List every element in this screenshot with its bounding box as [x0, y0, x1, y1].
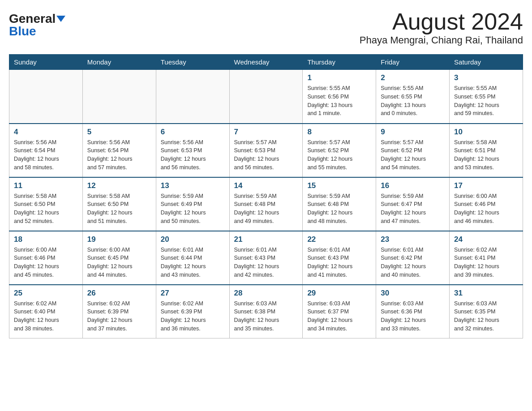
calendar-cell: 25Sunrise: 6:02 AMSunset: 6:40 PMDayligh… [9, 285, 83, 338]
day-number: 11 [14, 181, 78, 190]
calendar-cell: 23Sunrise: 6:01 AMSunset: 6:42 PMDayligh… [376, 231, 450, 285]
calendar-table: SundayMondayTuesdayWednesdayThursdayFrid… [9, 54, 523, 338]
calendar-cell: 22Sunrise: 6:01 AMSunset: 6:43 PMDayligh… [303, 231, 376, 285]
day-number: 2 [381, 73, 445, 82]
calendar-cell: 19Sunrise: 6:00 AMSunset: 6:45 PMDayligh… [82, 231, 156, 285]
logo: General Blue [9, 13, 65, 38]
day-number: 27 [161, 289, 225, 298]
day-number: 4 [14, 128, 78, 137]
calendar-cell: 9Sunrise: 5:57 AMSunset: 6:52 PMDaylight… [376, 124, 450, 177]
day-info: Sunrise: 5:57 AMSunset: 6:52 PMDaylight:… [307, 138, 371, 172]
day-info: Sunrise: 5:59 AMSunset: 6:48 PMDaylight:… [234, 192, 298, 226]
weekday-header-row: SundayMondayTuesdayWednesdayThursdayFrid… [9, 55, 523, 70]
day-info: Sunrise: 5:57 AMSunset: 6:53 PMDaylight:… [234, 138, 298, 172]
day-number: 9 [381, 128, 445, 137]
weekday-header-monday: Monday [82, 55, 156, 70]
day-number: 20 [161, 235, 225, 244]
day-number: 26 [87, 289, 151, 298]
logo-blue-text: Blue [9, 25, 36, 38]
calendar-week-row: 18Sunrise: 6:00 AMSunset: 6:46 PMDayligh… [9, 231, 523, 285]
weekday-header-friday: Friday [376, 55, 450, 70]
day-info: Sunrise: 5:56 AMSunset: 6:54 PMDaylight:… [87, 138, 151, 172]
day-info: Sunrise: 5:56 AMSunset: 6:53 PMDaylight:… [161, 138, 225, 172]
calendar-cell: 20Sunrise: 6:01 AMSunset: 6:44 PMDayligh… [156, 231, 229, 285]
logo-general-text: General [9, 13, 56, 25]
day-info: Sunrise: 6:02 AMSunset: 6:39 PMDaylight:… [87, 300, 151, 333]
day-number: 19 [87, 235, 151, 244]
day-info: Sunrise: 5:55 AMSunset: 6:55 PMDaylight:… [454, 84, 518, 118]
day-info: Sunrise: 5:55 AMSunset: 6:56 PMDaylight:… [307, 84, 371, 118]
day-info: Sunrise: 5:58 AMSunset: 6:50 PMDaylight:… [87, 192, 151, 226]
calendar-cell: 29Sunrise: 6:03 AMSunset: 6:37 PMDayligh… [303, 285, 376, 338]
title-area: August 2024 Phaya Mengrai, Chiang Rai, T… [360, 9, 523, 46]
calendar-cell [9, 70, 83, 124]
day-number: 21 [234, 235, 298, 244]
day-info: Sunrise: 6:01 AMSunset: 6:42 PMDaylight:… [381, 246, 445, 279]
day-info: Sunrise: 6:00 AMSunset: 6:46 PMDaylight:… [454, 192, 518, 226]
day-number: 15 [307, 181, 371, 190]
calendar-cell: 28Sunrise: 6:03 AMSunset: 6:38 PMDayligh… [229, 285, 303, 338]
day-info: Sunrise: 6:00 AMSunset: 6:46 PMDaylight:… [14, 246, 78, 279]
weekday-header-saturday: Saturday [450, 55, 523, 70]
calendar-cell: 26Sunrise: 6:02 AMSunset: 6:39 PMDayligh… [82, 285, 156, 338]
day-number: 1 [307, 73, 371, 82]
calendar-cell: 1Sunrise: 5:55 AMSunset: 6:56 PMDaylight… [303, 70, 376, 124]
calendar-cell: 16Sunrise: 5:59 AMSunset: 6:47 PMDayligh… [376, 177, 450, 231]
day-info: Sunrise: 6:02 AMSunset: 6:39 PMDaylight:… [161, 300, 225, 333]
location-title: Phaya Mengrai, Chiang Rai, Thailand [360, 34, 523, 46]
day-number: 6 [161, 128, 225, 137]
day-number: 3 [454, 73, 518, 82]
day-info: Sunrise: 6:01 AMSunset: 6:43 PMDaylight:… [234, 246, 298, 279]
weekday-header-wednesday: Wednesday [229, 55, 303, 70]
day-number: 14 [234, 181, 298, 190]
day-info: Sunrise: 6:01 AMSunset: 6:43 PMDaylight:… [307, 246, 371, 279]
day-number: 30 [381, 289, 445, 298]
day-number: 23 [381, 235, 445, 244]
calendar-cell [156, 70, 229, 124]
calendar-week-row: 4Sunrise: 5:56 AMSunset: 6:54 PMDaylight… [9, 124, 523, 177]
calendar-cell: 21Sunrise: 6:01 AMSunset: 6:43 PMDayligh… [229, 231, 303, 285]
day-info: Sunrise: 5:57 AMSunset: 6:52 PMDaylight:… [381, 138, 445, 172]
calendar-cell: 7Sunrise: 5:57 AMSunset: 6:53 PMDaylight… [229, 124, 303, 177]
weekday-header-thursday: Thursday [303, 55, 376, 70]
calendar-week-row: 25Sunrise: 6:02 AMSunset: 6:40 PMDayligh… [9, 285, 523, 338]
day-info: Sunrise: 5:55 AMSunset: 6:55 PMDaylight:… [381, 84, 445, 118]
day-number: 13 [161, 181, 225, 190]
month-title: August 2024 [360, 9, 523, 34]
calendar-cell: 31Sunrise: 6:03 AMSunset: 6:35 PMDayligh… [450, 285, 523, 338]
calendar-cell: 3Sunrise: 5:55 AMSunset: 6:55 PMDaylight… [450, 70, 523, 124]
day-info: Sunrise: 5:56 AMSunset: 6:54 PMDaylight:… [14, 138, 78, 172]
calendar-week-row: 1Sunrise: 5:55 AMSunset: 6:56 PMDaylight… [9, 70, 523, 124]
day-number: 10 [454, 128, 518, 137]
day-number: 7 [234, 128, 298, 137]
calendar-cell: 5Sunrise: 5:56 AMSunset: 6:54 PMDaylight… [82, 124, 156, 177]
calendar-cell: 8Sunrise: 5:57 AMSunset: 6:52 PMDaylight… [303, 124, 376, 177]
day-info: Sunrise: 5:58 AMSunset: 6:50 PMDaylight:… [14, 192, 78, 226]
calendar-cell: 11Sunrise: 5:58 AMSunset: 6:50 PMDayligh… [9, 177, 83, 231]
weekday-header-tuesday: Tuesday [156, 55, 229, 70]
calendar-cell: 13Sunrise: 5:59 AMSunset: 6:49 PMDayligh… [156, 177, 229, 231]
day-number: 18 [14, 235, 78, 244]
day-info: Sunrise: 6:03 AMSunset: 6:38 PMDaylight:… [234, 300, 298, 333]
day-info: Sunrise: 6:03 AMSunset: 6:36 PMDaylight:… [381, 300, 445, 333]
day-info: Sunrise: 6:03 AMSunset: 6:35 PMDaylight:… [454, 300, 518, 333]
calendar-cell: 10Sunrise: 5:58 AMSunset: 6:51 PMDayligh… [450, 124, 523, 177]
calendar-cell: 24Sunrise: 6:02 AMSunset: 6:41 PMDayligh… [450, 231, 523, 285]
day-info: Sunrise: 6:03 AMSunset: 6:37 PMDaylight:… [307, 300, 371, 333]
day-number: 8 [307, 128, 371, 137]
day-number: 17 [454, 181, 518, 190]
calendar-cell: 27Sunrise: 6:02 AMSunset: 6:39 PMDayligh… [156, 285, 229, 338]
calendar-cell: 6Sunrise: 5:56 AMSunset: 6:53 PMDaylight… [156, 124, 229, 177]
calendar-cell: 2Sunrise: 5:55 AMSunset: 6:55 PMDaylight… [376, 70, 450, 124]
day-number: 25 [14, 289, 78, 298]
day-info: Sunrise: 5:59 AMSunset: 6:47 PMDaylight:… [381, 192, 445, 226]
calendar-cell: 14Sunrise: 5:59 AMSunset: 6:48 PMDayligh… [229, 177, 303, 231]
day-info: Sunrise: 6:02 AMSunset: 6:40 PMDaylight:… [14, 300, 78, 333]
day-number: 5 [87, 128, 151, 137]
day-info: Sunrise: 6:00 AMSunset: 6:45 PMDaylight:… [87, 246, 151, 279]
day-number: 24 [454, 235, 518, 244]
day-info: Sunrise: 5:59 AMSunset: 6:49 PMDaylight:… [161, 192, 225, 226]
day-number: 28 [234, 289, 298, 298]
day-info: Sunrise: 6:02 AMSunset: 6:41 PMDaylight:… [454, 246, 518, 279]
header: General Blue August 2024 Phaya Mengrai, … [9, 9, 523, 46]
